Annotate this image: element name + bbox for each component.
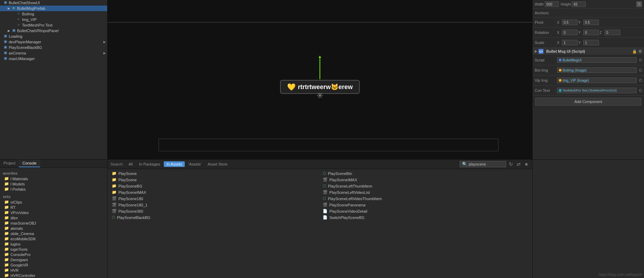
asset-item[interactable]: 📁PlaySceneBG bbox=[110, 183, 319, 189]
bot-img-value: BotImg (Image) bbox=[563, 68, 587, 72]
search-input-wrap[interactable]: 🔍 bbox=[460, 161, 506, 167]
search-input[interactable] bbox=[469, 162, 504, 166]
asset-tree-item[interactable]: 📁ecoMobileSDK bbox=[3, 236, 104, 241]
asset-tree-item[interactable]: 📁RT bbox=[3, 205, 104, 210]
asset-item[interactable]: 🎬PlayScenePanorama bbox=[321, 202, 529, 208]
asset-item[interactable]: 🎬PlaySceneIMAX bbox=[321, 177, 529, 183]
asset-item[interactable]: ⬡PlaySceneBtn bbox=[321, 170, 529, 176]
asset-type-icon: 📄 bbox=[323, 215, 328, 220]
refresh-icon[interactable]: ↻ bbox=[508, 161, 514, 167]
asset-tree-item[interactable]: 📁VProVideo bbox=[3, 210, 104, 215]
bot-img-ref[interactable]: BotImg (Image) bbox=[557, 67, 637, 73]
con-text-ref-circle[interactable] bbox=[639, 89, 642, 92]
favorite-item[interactable]: 📁l Materials bbox=[3, 176, 104, 181]
tab-project[interactable]: Project bbox=[0, 160, 19, 167]
width-input[interactable] bbox=[545, 1, 559, 7]
asset-item[interactable]: 🎬PlayScene180_1 bbox=[110, 202, 319, 208]
hierarchy-item[interactable]: ▣Loading bbox=[0, 34, 107, 39]
settings-icon[interactable]: ⚙ bbox=[638, 49, 642, 54]
con-text-ref[interactable]: TextMeshPro Text (TextMeshProUGUI) bbox=[557, 88, 637, 93]
add-component-button[interactable]: Add Component bbox=[535, 98, 641, 105]
asset-tree-item[interactable]: 📁obile_Cinema bbox=[3, 231, 104, 236]
asset-item[interactable]: 📁PlayScene bbox=[110, 177, 319, 183]
rot-x-label: X bbox=[557, 31, 561, 35]
asset-item[interactable]: ⬡PlaySceneBlackBG bbox=[110, 214, 319, 220]
asset-tree-item[interactable]: 📁GoogleVR bbox=[3, 262, 104, 268]
asset-type-icon: ⬡ bbox=[323, 196, 326, 201]
asset-tree-item[interactable]: 📁HVRController bbox=[3, 273, 104, 278]
component-title: Bullet Msg UI (Script) bbox=[546, 49, 585, 53]
asset-item[interactable]: 📁PlaySceneIMAX bbox=[110, 189, 319, 195]
scene-view[interactable]: < Persp 💛 rtrtrtweerw🐱erew ✳ bbox=[108, 0, 532, 159]
hierarchy-item[interactable]: ○Img_VIP bbox=[0, 17, 107, 22]
folder-icon: 📁 bbox=[4, 176, 9, 181]
asset-item[interactable]: 🎬PlayScene180 bbox=[110, 196, 319, 202]
constraint-icon[interactable]: ⠿ bbox=[636, 1, 642, 7]
hierarchy-item[interactable]: ▣maxUiManager bbox=[0, 56, 107, 61]
asset-tree-item[interactable]: 📁niClips bbox=[3, 199, 104, 205]
asset-tree-item[interactable]: 📁maxSceneOBJ bbox=[3, 220, 104, 226]
asset-item[interactable]: 📁PlayScene bbox=[110, 170, 319, 176]
hierarchy-item[interactable]: ▶▣BulletChatVRInputPanel bbox=[0, 28, 107, 34]
asset-tree-item[interactable]: 📁ConsolePro bbox=[3, 252, 104, 257]
scale-y-input[interactable] bbox=[583, 40, 599, 45]
search-tab-all[interactable]: All bbox=[126, 161, 136, 167]
script-ref-circle[interactable] bbox=[639, 59, 642, 61]
asset-item[interactable]: 🎬PlayScene360 bbox=[110, 208, 319, 214]
script-ref[interactable]: BulletMsgUI bbox=[557, 57, 637, 63]
rot-y-input[interactable] bbox=[583, 30, 599, 35]
hierarchy-item[interactable]: ○BotImg bbox=[0, 11, 107, 17]
hierarchy-panel: ▣BulletChatShowUI▶■BulletMsgPrefab○BotIm… bbox=[0, 0, 108, 159]
rot-x-input[interactable] bbox=[562, 30, 578, 35]
search-tab--assets-[interactable]: 'Assets' bbox=[185, 161, 204, 167]
hierarchy-item[interactable]: ▣deoPlayerManager▶ bbox=[0, 39, 107, 45]
asset-tree-label: RT bbox=[10, 205, 15, 210]
asset-tree-item[interactable]: 📁aterials bbox=[3, 226, 104, 231]
asset-item[interactable]: ⬡PlaySceneLeftThumbItem bbox=[321, 183, 529, 189]
asset-name: PlayScene bbox=[118, 171, 137, 176]
item-icon: ▣ bbox=[11, 28, 16, 33]
star-icon[interactable]: ★ bbox=[524, 161, 529, 167]
asset-item[interactable]: ⬡PlaySceneLeftVideoThumbItem bbox=[321, 196, 529, 202]
asset-tree-item[interactable]: 📁ditor bbox=[3, 215, 104, 220]
hierarchy-item[interactable]: ▣axCinema▶ bbox=[0, 50, 107, 56]
lock-icon[interactable]: 🔒 bbox=[632, 49, 637, 54]
scale-y-label: Y bbox=[578, 41, 583, 45]
vip-img-ref-circle[interactable] bbox=[639, 79, 642, 82]
pivot-y-input[interactable] bbox=[583, 20, 599, 25]
tab-console[interactable]: Console bbox=[19, 160, 40, 167]
pivot-xyz: X Y bbox=[557, 20, 599, 25]
bot-img-ref-circle[interactable] bbox=[639, 69, 642, 72]
hierarchy-item[interactable]: ○TextMeshPro Text bbox=[0, 22, 107, 28]
pivot-x-input[interactable] bbox=[562, 20, 578, 25]
item-icon: ▣ bbox=[3, 51, 8, 56]
folder-icon: 📁 bbox=[4, 226, 9, 231]
asset-tree-item[interactable]: 📁luginTools bbox=[3, 247, 104, 252]
search-tab-in-packages[interactable]: In Packages bbox=[136, 161, 163, 167]
hierarchy-item[interactable]: ▣BulletChatShowUI bbox=[0, 0, 107, 6]
asset-tree-item[interactable]: 📁HVR bbox=[3, 268, 104, 273]
vip-img-ref[interactable]: Img_VIP (Image) bbox=[557, 78, 637, 83]
asset-name: PlaySceneIMAX bbox=[329, 178, 357, 182]
search-tab-asset-store[interactable]: Asset Store bbox=[205, 161, 230, 167]
favorite-item[interactable]: 📁l Prefabs bbox=[3, 186, 104, 192]
rot-z-input[interactable] bbox=[605, 30, 620, 35]
hierarchy-item[interactable]: ▣PlaySceneBlackBG bbox=[0, 45, 107, 50]
folder-icon: 📁 bbox=[4, 231, 9, 236]
asset-item[interactable]: 📄PlaySceneVideoDetail bbox=[321, 208, 529, 214]
hierarchy-item[interactable]: ▶■BulletMsgPrefab bbox=[0, 6, 107, 11]
favorite-item[interactable]: 📁l Models bbox=[3, 181, 104, 186]
asset-item[interactable]: 📄SwitchPlaySceneBG bbox=[321, 214, 529, 220]
hierarchy-item-label: BotImg bbox=[22, 12, 34, 16]
asset-tree-item[interactable]: 📁lugins bbox=[3, 241, 104, 247]
scale-x-input[interactable] bbox=[562, 40, 578, 45]
asset-name: PlaySceneBlackBG bbox=[117, 215, 150, 220]
asset-item[interactable]: 🎬PlaySceneLeftVideoList bbox=[321, 189, 529, 195]
inspector-panel: Width Height ⠿ Anchors Pivot bbox=[532, 0, 644, 159]
sync-icon[interactable]: ⇄ bbox=[516, 161, 521, 167]
search-tab-in-assets[interactable]: In Assets bbox=[164, 161, 185, 167]
asset-tree-label: maxSceneOBJ bbox=[10, 221, 36, 225]
height-input[interactable] bbox=[572, 1, 586, 7]
item-icon: ▣ bbox=[3, 45, 8, 50]
asset-tree-item[interactable]: 📁Demigiant bbox=[3, 257, 104, 262]
